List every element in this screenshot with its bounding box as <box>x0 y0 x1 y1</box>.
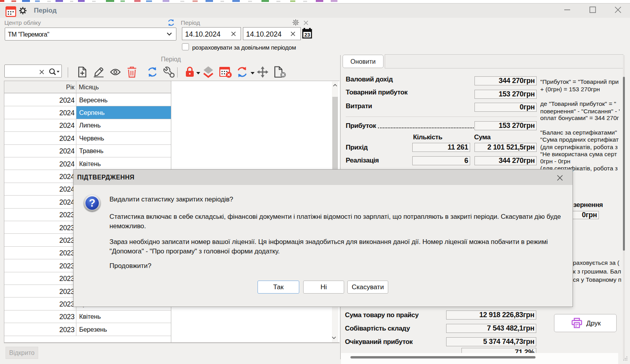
svg-text:23: 23 <box>304 32 310 38</box>
